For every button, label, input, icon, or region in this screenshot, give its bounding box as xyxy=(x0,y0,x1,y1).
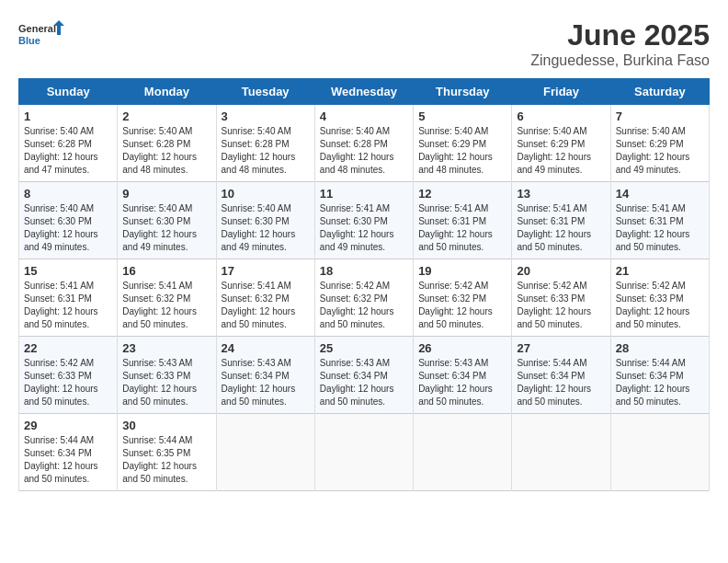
day-info: Sunrise: 5:40 AMSunset: 6:30 PMDaylight:… xyxy=(122,203,197,252)
day-number: 18 xyxy=(320,264,408,278)
day-number: 11 xyxy=(320,187,408,201)
day-number: 4 xyxy=(320,109,408,123)
calendar-cell: 9 Sunrise: 5:40 AMSunset: 6:30 PMDayligh… xyxy=(118,182,216,259)
calendar-cell: 6 Sunrise: 5:40 AMSunset: 6:29 PMDayligh… xyxy=(512,105,610,182)
day-info: Sunrise: 5:40 AMSunset: 6:28 PMDaylight:… xyxy=(122,126,197,175)
calendar-cell: 1 Sunrise: 5:40 AMSunset: 6:28 PMDayligh… xyxy=(19,105,118,182)
svg-text:Blue: Blue xyxy=(18,35,40,46)
day-info: Sunrise: 5:42 AMSunset: 6:32 PMDaylight:… xyxy=(320,281,394,329)
day-number: 25 xyxy=(320,341,408,355)
day-number: 26 xyxy=(418,341,506,355)
title-area: June 2025 Zinguedesse, Burkina Faso xyxy=(530,18,710,69)
logo: General Blue xyxy=(18,18,64,55)
header-monday: Monday xyxy=(118,79,216,105)
calendar-cell: 2 Sunrise: 5:40 AMSunset: 6:28 PMDayligh… xyxy=(118,105,216,182)
day-number: 8 xyxy=(24,187,112,201)
day-info: Sunrise: 5:40 AMSunset: 6:29 PMDaylight:… xyxy=(418,126,493,175)
day-number: 19 xyxy=(418,264,506,278)
week-row-5: 29 Sunrise: 5:44 AMSunset: 6:34 PMDaylig… xyxy=(19,414,710,491)
day-info: Sunrise: 5:40 AMSunset: 6:28 PMDaylight:… xyxy=(222,126,296,175)
header-tuesday: Tuesday xyxy=(216,79,314,105)
calendar-cell: 22 Sunrise: 5:42 AMSunset: 6:33 PMDaylig… xyxy=(19,337,118,414)
day-number: 17 xyxy=(222,264,310,278)
day-info: Sunrise: 5:40 AMSunset: 6:28 PMDaylight:… xyxy=(320,126,394,175)
day-number: 20 xyxy=(517,264,605,278)
calendar-cell: 18 Sunrise: 5:42 AMSunset: 6:32 PMDaylig… xyxy=(314,259,413,337)
calendar-cell: 25 Sunrise: 5:43 AMSunset: 6:34 PMDaylig… xyxy=(314,337,413,414)
day-number: 29 xyxy=(24,419,112,432)
day-number: 7 xyxy=(616,109,704,123)
calendar-cell: 28 Sunrise: 5:44 AMSunset: 6:34 PMDaylig… xyxy=(610,337,709,414)
header-thursday: Thursday xyxy=(414,79,512,105)
calendar-cell: 23 Sunrise: 5:43 AMSunset: 6:33 PMDaylig… xyxy=(118,337,216,414)
calendar-cell: 24 Sunrise: 5:43 AMSunset: 6:34 PMDaylig… xyxy=(216,337,314,414)
day-info: Sunrise: 5:40 AMSunset: 6:30 PMDaylight:… xyxy=(222,203,296,252)
calendar-cell: 20 Sunrise: 5:42 AMSunset: 6:33 PMDaylig… xyxy=(512,259,610,337)
day-number: 15 xyxy=(24,264,112,278)
day-info: Sunrise: 5:40 AMSunset: 6:29 PMDaylight:… xyxy=(616,126,690,175)
day-info: Sunrise: 5:42 AMSunset: 6:32 PMDaylight:… xyxy=(418,281,493,329)
day-number: 24 xyxy=(222,341,310,355)
day-number: 30 xyxy=(122,419,210,432)
calendar-cell xyxy=(314,414,413,491)
page-title: June 2025 xyxy=(530,18,710,52)
day-number: 16 xyxy=(122,264,210,278)
page-subtitle: Zinguedesse, Burkina Faso xyxy=(530,52,710,69)
day-info: Sunrise: 5:41 AMSunset: 6:31 PMDaylight:… xyxy=(616,203,690,252)
day-info: Sunrise: 5:41 AMSunset: 6:30 PMDaylight:… xyxy=(320,203,394,252)
header-row: SundayMondayTuesdayWednesdayThursdayFrid… xyxy=(19,79,710,105)
day-info: Sunrise: 5:43 AMSunset: 6:34 PMDaylight:… xyxy=(418,358,493,407)
day-info: Sunrise: 5:42 AMSunset: 6:33 PMDaylight:… xyxy=(24,358,98,407)
day-number: 9 xyxy=(122,187,210,201)
page-header: General Blue June 2025 Zinguedesse, Burk… xyxy=(18,18,710,69)
calendar-cell: 26 Sunrise: 5:43 AMSunset: 6:34 PMDaylig… xyxy=(414,337,512,414)
logo-svg: General Blue xyxy=(18,18,64,55)
day-number: 3 xyxy=(222,109,310,123)
day-number: 12 xyxy=(418,187,506,201)
calendar-cell xyxy=(610,414,709,491)
calendar-cell xyxy=(216,414,314,491)
calendar-cell: 29 Sunrise: 5:44 AMSunset: 6:34 PMDaylig… xyxy=(19,414,118,491)
calendar-cell: 15 Sunrise: 5:41 AMSunset: 6:31 PMDaylig… xyxy=(19,259,118,337)
day-info: Sunrise: 5:40 AMSunset: 6:29 PMDaylight:… xyxy=(517,126,591,175)
day-info: Sunrise: 5:41 AMSunset: 6:31 PMDaylight:… xyxy=(517,203,591,252)
calendar-cell: 10 Sunrise: 5:40 AMSunset: 6:30 PMDaylig… xyxy=(216,182,314,259)
day-info: Sunrise: 5:43 AMSunset: 6:34 PMDaylight:… xyxy=(222,358,296,407)
calendar-cell xyxy=(512,414,610,491)
day-info: Sunrise: 5:43 AMSunset: 6:34 PMDaylight:… xyxy=(320,358,394,407)
header-wednesday: Wednesday xyxy=(314,79,413,105)
day-info: Sunrise: 5:44 AMSunset: 6:35 PMDaylight:… xyxy=(122,435,197,484)
day-info: Sunrise: 5:40 AMSunset: 6:28 PMDaylight:… xyxy=(24,126,98,175)
calendar-cell: 12 Sunrise: 5:41 AMSunset: 6:31 PMDaylig… xyxy=(414,182,512,259)
calendar-table: SundayMondayTuesdayWednesdayThursdayFrid… xyxy=(18,78,710,491)
header-friday: Friday xyxy=(512,79,610,105)
day-info: Sunrise: 5:44 AMSunset: 6:34 PMDaylight:… xyxy=(24,435,98,484)
day-info: Sunrise: 5:44 AMSunset: 6:34 PMDaylight:… xyxy=(517,358,591,407)
day-number: 27 xyxy=(517,341,605,355)
day-number: 10 xyxy=(222,187,310,201)
svg-text:General: General xyxy=(18,23,56,34)
day-info: Sunrise: 5:41 AMSunset: 6:31 PMDaylight:… xyxy=(418,203,493,252)
calendar-cell: 7 Sunrise: 5:40 AMSunset: 6:29 PMDayligh… xyxy=(610,105,709,182)
day-number: 2 xyxy=(122,109,210,123)
week-row-2: 8 Sunrise: 5:40 AMSunset: 6:30 PMDayligh… xyxy=(19,182,710,259)
day-info: Sunrise: 5:41 AMSunset: 6:32 PMDaylight:… xyxy=(222,281,296,329)
calendar-cell: 11 Sunrise: 5:41 AMSunset: 6:30 PMDaylig… xyxy=(314,182,413,259)
day-number: 13 xyxy=(517,187,605,201)
day-info: Sunrise: 5:41 AMSunset: 6:32 PMDaylight:… xyxy=(122,281,197,329)
calendar-cell: 16 Sunrise: 5:41 AMSunset: 6:32 PMDaylig… xyxy=(118,259,216,337)
day-info: Sunrise: 5:41 AMSunset: 6:31 PMDaylight:… xyxy=(24,281,98,329)
calendar-cell xyxy=(414,414,512,491)
week-row-1: 1 Sunrise: 5:40 AMSunset: 6:28 PMDayligh… xyxy=(19,105,710,182)
day-number: 14 xyxy=(616,187,704,201)
day-number: 6 xyxy=(517,109,605,123)
calendar-cell: 17 Sunrise: 5:41 AMSunset: 6:32 PMDaylig… xyxy=(216,259,314,337)
day-number: 5 xyxy=(418,109,506,123)
day-number: 28 xyxy=(616,341,704,355)
calendar-cell: 8 Sunrise: 5:40 AMSunset: 6:30 PMDayligh… xyxy=(19,182,118,259)
week-row-4: 22 Sunrise: 5:42 AMSunset: 6:33 PMDaylig… xyxy=(19,337,710,414)
calendar-cell: 19 Sunrise: 5:42 AMSunset: 6:32 PMDaylig… xyxy=(414,259,512,337)
calendar-cell: 21 Sunrise: 5:42 AMSunset: 6:33 PMDaylig… xyxy=(610,259,709,337)
day-info: Sunrise: 5:43 AMSunset: 6:33 PMDaylight:… xyxy=(122,358,197,407)
calendar-cell: 13 Sunrise: 5:41 AMSunset: 6:31 PMDaylig… xyxy=(512,182,610,259)
